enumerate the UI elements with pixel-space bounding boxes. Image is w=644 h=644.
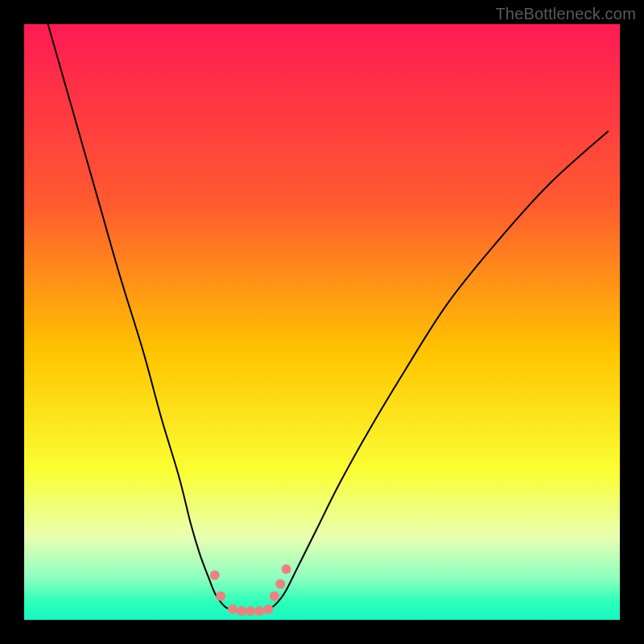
- marker-point: [228, 605, 237, 614]
- plot-svg: [24, 24, 620, 620]
- marker-point: [263, 605, 273, 614]
- curve-right-branch: [268, 131, 608, 609]
- curve-left-branch: [48, 24, 233, 609]
- marker-point: [246, 606, 255, 616]
- watermark-text: TheBottleneck.com: [495, 5, 636, 23]
- marker-group: [210, 564, 291, 616]
- marker-point: [254, 606, 264, 616]
- marker-point: [210, 571, 220, 580]
- marker-point: [216, 591, 225, 601]
- outer-frame: TheBottleneck.com: [0, 0, 644, 644]
- marker-point: [270, 591, 279, 601]
- marker-point: [275, 580, 285, 589]
- curve-group: [48, 24, 609, 611]
- plot-area: [24, 24, 620, 620]
- marker-point: [237, 606, 246, 616]
- marker-point: [282, 564, 291, 574]
